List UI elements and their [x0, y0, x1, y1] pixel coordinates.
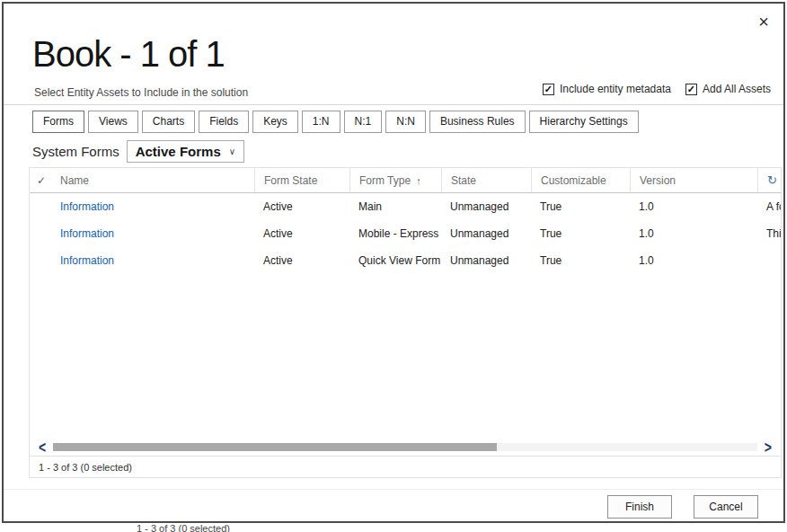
column-header-customizable[interactable]: Customizable	[531, 168, 630, 192]
add-all-assets-label: Add All Assets	[703, 83, 771, 95]
record-link[interactable]: Information	[60, 200, 114, 213]
cell-form-type: Mobile - Express	[349, 227, 441, 240]
solution-asset-dialog: × Book - 1 of 1 Select Entity Assets to …	[2, 2, 785, 523]
system-forms-label: System Forms	[32, 144, 119, 159]
background-page-fragment: 1 - 3 of 3 (0 selected)	[137, 523, 230, 532]
cell-customizable: True	[531, 200, 630, 213]
chevron-down-icon: ∨	[229, 146, 235, 156]
tab-keys[interactable]: Keys	[252, 111, 298, 133]
tab-bar: Forms Views Charts Fields Keys 1:N N:1 N…	[32, 111, 639, 133]
horizontal-scrollbar[interactable]: < >	[30, 438, 781, 456]
footer-buttons: Finish Cancel	[607, 495, 758, 519]
tab-views[interactable]: Views	[88, 111, 138, 133]
table-row[interactable]: Information Active Mobile - Express Unma…	[30, 220, 781, 247]
filter-row: System Forms Active Forms ∨	[32, 140, 244, 163]
cell-state: Unmanaged	[441, 227, 531, 240]
tab-nn[interactable]: N:N	[385, 111, 426, 133]
refresh-icon: ↻	[767, 173, 777, 187]
column-header-description[interactable]: ↻	[757, 168, 781, 192]
table-row[interactable]: Information Active Main Unmanaged True 1…	[30, 193, 781, 220]
tab-1n[interactable]: 1:N	[302, 111, 340, 133]
cell-form-type: Quick View Form	[349, 254, 441, 267]
column-header-form-type[interactable]: Form Type ↑	[349, 168, 441, 192]
cell-customizable: True	[531, 254, 630, 267]
scroll-left-icon[interactable]: <	[39, 439, 46, 456]
close-icon[interactable]: ×	[755, 11, 773, 32]
cell-form-state: Active	[254, 200, 349, 213]
tab-forms[interactable]: Forms	[32, 111, 84, 133]
finish-button[interactable]: Finish	[607, 495, 672, 519]
cell-state: Unmanaged	[441, 254, 531, 267]
sort-ascending-icon: ↑	[416, 175, 421, 186]
column-header-name[interactable]: Name	[60, 168, 254, 192]
scrollbar-thumb[interactable]	[53, 443, 497, 451]
cell-version: 1.0	[630, 227, 757, 240]
checkbox-checked-icon: ✓	[685, 84, 697, 95]
tab-charts[interactable]: Charts	[142, 111, 195, 133]
table-empty-area	[30, 274, 781, 438]
page-subtitle: Select Entity Assets to Include in the s…	[34, 86, 248, 99]
cell-description: This	[757, 227, 781, 240]
scrollbar-track[interactable]	[53, 443, 757, 451]
include-entity-metadata-checkbox[interactable]: ✓ Include entity metadata	[543, 83, 671, 95]
cell-form-state: Active	[254, 227, 349, 240]
cell-form-type: Main	[349, 200, 441, 213]
dropdown-selected-value: Active Forms	[136, 144, 221, 159]
forms-table: ✓ Name Form State Form Type ↑ State Cust…	[29, 167, 782, 478]
tab-business-rules[interactable]: Business Rules	[429, 111, 526, 133]
column-header-form-state[interactable]: Form State	[254, 168, 349, 192]
tab-fields[interactable]: Fields	[199, 111, 249, 133]
form-filter-dropdown[interactable]: Active Forms ∨	[127, 140, 244, 163]
include-entity-metadata-label: Include entity metadata	[560, 83, 671, 95]
cell-customizable: True	[531, 227, 630, 240]
header-divider	[4, 104, 783, 105]
column-header-version[interactable]: Version	[630, 168, 757, 192]
scroll-right-icon[interactable]: >	[765, 439, 772, 456]
cell-description: A fo	[757, 200, 781, 213]
footer-divider	[4, 489, 783, 490]
record-link[interactable]: Information	[60, 227, 114, 240]
column-header-state[interactable]: State	[441, 168, 531, 192]
checkbox-checked-icon: ✓	[543, 84, 554, 95]
option-checkboxes: ✓ Include entity metadata ✓ Add All Asse…	[543, 83, 771, 95]
cell-version: 1.0	[630, 200, 757, 213]
cell-state: Unmanaged	[441, 200, 531, 213]
record-count-status: 1 - 3 of 3 (0 selected)	[30, 456, 781, 477]
select-all-checkmark[interactable]: ✓	[37, 168, 60, 192]
cell-form-state: Active	[254, 254, 349, 267]
table-header-row: ✓ Name Form State Form Type ↑ State Cust…	[30, 168, 781, 193]
add-all-assets-checkbox[interactable]: ✓ Add All Assets	[685, 83, 771, 95]
tab-n1[interactable]: N:1	[344, 111, 383, 133]
table-row[interactable]: Information Active Quick View Form Unman…	[30, 247, 781, 274]
tab-hierarchy-settings[interactable]: Hierarchy Settings	[529, 111, 639, 133]
cell-version: 1.0	[630, 254, 757, 267]
page-title: Book - 1 of 1	[32, 34, 225, 74]
cancel-button[interactable]: Cancel	[694, 495, 758, 519]
record-link[interactable]: Information	[60, 254, 114, 267]
